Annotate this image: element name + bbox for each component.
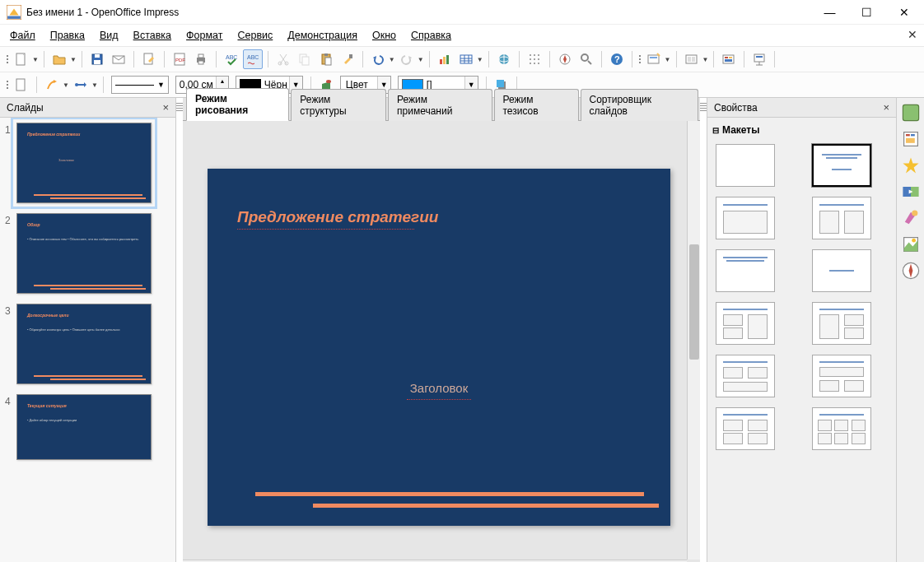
new-button[interactable]: [12, 49, 31, 69]
layout-three-d[interactable]: [812, 355, 871, 397]
menu-tools[interactable]: Сервис: [231, 27, 279, 44]
layout-six[interactable]: [812, 407, 871, 450]
slide-title-text[interactable]: Предложение стратегии: [237, 208, 438, 226]
copy-button[interactable]: [295, 49, 315, 69]
menu-view[interactable]: Вид: [93, 27, 125, 44]
zoom-button[interactable]: [576, 49, 596, 69]
tab-sorter[interactable]: Сортировщик слайдов: [581, 89, 699, 121]
svg-rect-4: [95, 54, 100, 58]
toolbar-grip-2[interactable]: [637, 55, 642, 63]
menu-window[interactable]: Окно: [366, 27, 403, 44]
sidebar-styles-icon[interactable]: [901, 208, 921, 228]
menu-file[interactable]: Файл: [3, 27, 42, 44]
chart-button[interactable]: [435, 49, 455, 69]
line-width-up[interactable]: ▲: [217, 77, 228, 85]
grid-button[interactable]: [525, 49, 544, 69]
layout-three-c[interactable]: [716, 355, 775, 397]
email-button[interactable]: [109, 49, 128, 69]
slide-layout-button[interactable]: [682, 49, 702, 69]
edit-points-button[interactable]: [12, 75, 31, 95]
vertical-scrollbar[interactable]: [687, 121, 700, 560]
format-paintbrush-button[interactable]: [338, 49, 357, 69]
undo-dropdown[interactable]: ▼: [389, 56, 395, 63]
sidebar-gallery-icon[interactable]: [901, 235, 921, 254]
edit-file-button[interactable]: [139, 49, 159, 69]
tab-handout[interactable]: Режим тезисов: [494, 89, 579, 121]
table-dropdown[interactable]: ▼: [477, 56, 483, 63]
slide-master-button[interactable]: [719, 49, 739, 69]
tab-outline[interactable]: Режим структуры: [291, 89, 386, 121]
slides-panel-close[interactable]: ×: [162, 101, 169, 114]
toolbar-grip-3[interactable]: [5, 81, 10, 89]
maximize-button[interactable]: ☐: [848, 1, 885, 24]
line-style-select[interactable]: ▼: [111, 76, 169, 94]
slide-design-dropdown[interactable]: ▼: [665, 56, 671, 63]
presentation-button[interactable]: [749, 49, 769, 69]
splitter-left[interactable]: [176, 98, 183, 562]
arrow-style-button[interactable]: [42, 75, 62, 95]
navigator-button[interactable]: [555, 49, 575, 69]
open-dropdown[interactable]: ▼: [70, 56, 77, 63]
table-button[interactable]: [456, 49, 476, 69]
open-button[interactable]: [49, 49, 69, 69]
splitter-right[interactable]: [700, 98, 707, 562]
layout-title-only[interactable]: [716, 249, 775, 292]
thumb-row: 1 Предложение стратегии Заголовок: [5, 123, 170, 203]
redo-button[interactable]: [397, 49, 417, 69]
print-button[interactable]: [191, 49, 211, 69]
sidebar-slide-transition-icon[interactable]: [901, 182, 921, 202]
slide-layout-dropdown[interactable]: ▼: [702, 56, 709, 63]
arrow-style-dropdown[interactable]: ▼: [63, 81, 69, 89]
slide-thumbnail-1[interactable]: Предложение стратегии Заголовок: [16, 123, 152, 203]
layout-blank[interactable]: [716, 144, 775, 187]
new-dropdown[interactable]: ▼: [32, 56, 39, 63]
document-close-button[interactable]: ✕: [908, 28, 917, 41]
slide-thumbnail-3[interactable]: Долгосрочные цели • Обрисуйте конечную ц…: [16, 304, 152, 384]
layout-title[interactable]: [812, 144, 871, 187]
sidebar-masterpages-icon[interactable]: [901, 129, 921, 149]
sidebar-custom-animation-icon[interactable]: [901, 156, 921, 175]
svg-rect-66: [497, 80, 504, 87]
layout-four[interactable]: [716, 407, 775, 450]
svg-rect-50: [686, 55, 697, 63]
sidebar-navigator-icon[interactable]: [901, 261, 921, 281]
layouts-header[interactable]: ⊟Макеты: [712, 121, 891, 139]
canvas-area[interactable]: Предложение стратегии Заголовок: [183, 121, 700, 562]
redo-dropdown[interactable]: ▼: [418, 56, 424, 63]
slide-thumbnail-2[interactable]: Обзор • Описание основных тем • Объяснит…: [16, 213, 152, 294]
slide-canvas[interactable]: Предложение стратегии Заголовок: [208, 169, 670, 526]
layout-two-content[interactable]: [812, 197, 871, 239]
menu-edit[interactable]: Правка: [44, 27, 91, 44]
layout-title-content[interactable]: [716, 197, 775, 239]
help-button[interactable]: ?: [607, 49, 627, 69]
menu-insert[interactable]: Вставка: [127, 27, 178, 44]
slide-design-button[interactable]: [644, 49, 664, 69]
line-endings-dropdown[interactable]: ▼: [91, 81, 98, 89]
menu-slideshow[interactable]: Демонстрация: [281, 27, 364, 44]
spellcheck-button[interactable]: ABC: [222, 49, 241, 69]
undo-button[interactable]: [368, 49, 388, 69]
export-pdf-button[interactable]: PDF: [170, 49, 189, 69]
menu-help[interactable]: Справка: [404, 27, 458, 44]
save-button[interactable]: [87, 49, 107, 69]
properties-panel-close[interactable]: ×: [883, 101, 889, 114]
svg-rect-55: [729, 57, 732, 58]
layout-three-b[interactable]: [812, 302, 871, 345]
slide-thumbnail-4[interactable]: Текущая ситуация • Дайте обзор текущей с…: [16, 394, 152, 460]
minimize-button[interactable]: —: [811, 1, 848, 24]
auto-spellcheck-button[interactable]: ABC: [243, 49, 263, 69]
slide-subtitle-text[interactable]: Заголовок: [410, 381, 469, 395]
tab-notes[interactable]: Режим примечаний: [388, 89, 492, 121]
layout-three-a[interactable]: [716, 302, 775, 345]
close-button[interactable]: ✕: [885, 1, 922, 24]
sidebar-properties-icon[interactable]: [901, 103, 921, 123]
cut-button[interactable]: [273, 49, 293, 69]
line-endings-button[interactable]: [71, 75, 91, 95]
svg-rect-54: [725, 57, 728, 58]
tab-drawing[interactable]: Режим рисования: [186, 88, 289, 121]
menu-format[interactable]: Формат: [180, 27, 229, 44]
paste-button[interactable]: [316, 49, 336, 69]
hyperlink-button[interactable]: [494, 49, 514, 69]
toolbar-grip[interactable]: [5, 55, 10, 63]
layout-centered[interactable]: [812, 249, 871, 292]
